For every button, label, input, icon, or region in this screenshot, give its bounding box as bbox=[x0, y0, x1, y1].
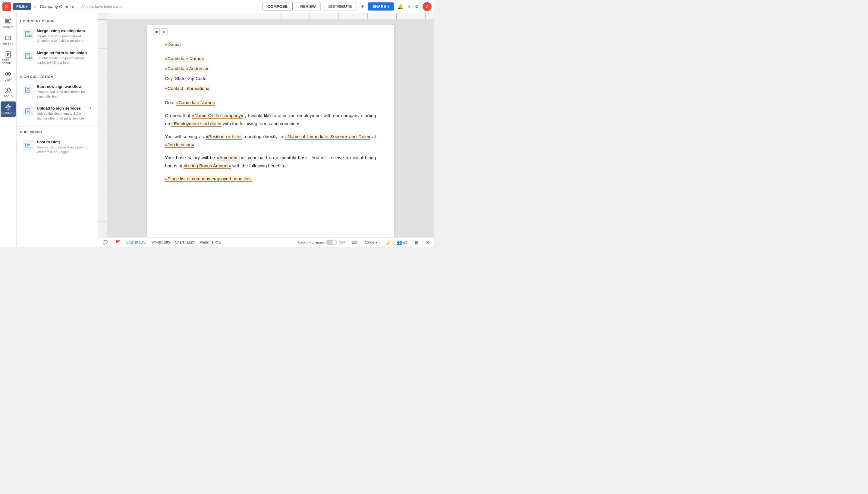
statusbar: 💬 🚩 English (US) Words: 195 Chars: 1224 … bbox=[98, 237, 434, 247]
merge-form-desc: Let others take out personalized copies … bbox=[37, 56, 91, 65]
present-button[interactable]: ⊞ bbox=[359, 2, 366, 11]
document-page[interactable]: ⊞ ≡ «Date»| «Candidate Name» «Candidate … bbox=[147, 25, 394, 237]
share-dropdown-icon: ▾ bbox=[387, 4, 390, 9]
collab-icon: 👥 bbox=[397, 240, 402, 245]
collab-button[interactable]: 👥 (0) bbox=[396, 239, 409, 246]
help-button[interactable]: ℹ bbox=[407, 2, 411, 11]
paragraph-2: You will serving as «Position or title» … bbox=[165, 132, 376, 149]
sidebar-view-label: VIEW bbox=[4, 78, 12, 81]
notification-button[interactable]: 🔔 bbox=[396, 2, 404, 11]
document-canvas[interactable]: Zylker Inc ⊞ ≡ «Date»| «Candidate Name» bbox=[107, 19, 434, 237]
para1-before: On behalf of bbox=[165, 113, 191, 118]
sidebar-item-view[interactable]: VIEW bbox=[1, 68, 16, 84]
panel: DOCUMENT MERGE Merge using existing data… bbox=[17, 13, 98, 247]
post-blog-item[interactable]: Post to Blog Publish this document as a … bbox=[19, 136, 95, 158]
upload-sign-item[interactable]: Upload to sign services Upload this docu… bbox=[19, 103, 95, 124]
merge-existing-icon bbox=[23, 28, 34, 39]
table-icon-2[interactable]: ≡ bbox=[161, 28, 167, 35]
company-name-field: «Name Of the company» bbox=[192, 113, 243, 119]
flag-icon: 🚩 bbox=[115, 240, 120, 245]
page-label: Page: bbox=[200, 240, 209, 244]
upload-sign-dropdown-icon[interactable]: ▾ bbox=[90, 106, 91, 110]
dark-mode-button[interactable]: 🌙 bbox=[383, 239, 391, 246]
document-merge-section-title: DOCUMENT MERGE bbox=[17, 17, 98, 25]
chars-count: 1224 bbox=[187, 240, 195, 244]
file-dropdown-icon: ▾ bbox=[25, 4, 28, 9]
avatar[interactable]: Z bbox=[422, 2, 432, 11]
track-label: Track my changes bbox=[297, 241, 324, 244]
bonus-field: «Hiring Bonus Amount» bbox=[183, 163, 231, 169]
sign-workflow-item[interactable]: Start new sign workflow Prepare and send… bbox=[19, 81, 95, 102]
review-tab[interactable]: REVIEW bbox=[295, 2, 321, 11]
city-state-zip-text: City, State, Zip Code bbox=[165, 76, 206, 81]
zoom-button[interactable]: 100% ▾ bbox=[363, 239, 379, 246]
mail-button[interactable]: ✉ bbox=[424, 239, 430, 246]
settings-button[interactable]: ⚙ bbox=[414, 2, 420, 11]
flag-button[interactable]: 🚩 bbox=[114, 239, 122, 246]
sign-workflow-text: Start new sign workflow Prepare and send… bbox=[37, 84, 91, 99]
words-count: 195 bbox=[164, 240, 170, 244]
sidebar-icons: FORMAT INSERT PAGE SETUP VIEW TOOLS AUTO… bbox=[0, 13, 17, 247]
contact-merge-field: «Contact Information» bbox=[165, 86, 210, 91]
save-status: All edits have been saved bbox=[82, 4, 123, 9]
benefits-field: «Place list of company employed benefits… bbox=[165, 176, 252, 182]
svg-point-11 bbox=[7, 73, 9, 75]
sidebar-item-automate[interactable]: AUTOMATE bbox=[1, 101, 16, 117]
star-icon: ☆ bbox=[33, 4, 37, 9]
paragraph-3: Your base salary will be «Amount» per ye… bbox=[165, 154, 376, 170]
amount-field: «Amount» bbox=[217, 155, 237, 160]
grid-icon: ▦ bbox=[414, 240, 418, 245]
sidebar-item-tools[interactable]: TOOLS bbox=[1, 85, 16, 100]
compose-tab[interactable]: COMPOSE bbox=[263, 2, 293, 11]
merge-existing-item[interactable]: Merge using existing data Create and sen… bbox=[19, 25, 95, 47]
ruler-horizontal bbox=[98, 13, 434, 19]
sidebar-item-insert[interactable]: INSERT bbox=[1, 32, 16, 48]
ruler-h-track bbox=[107, 13, 434, 19]
benefits-line: «Place list of company employed benefits… bbox=[165, 175, 376, 183]
ruler-corner bbox=[98, 13, 107, 19]
ruler-vertical bbox=[98, 19, 107, 237]
close-icon: ✕ bbox=[5, 4, 8, 9]
publishing-section-title: PUBLISHING bbox=[17, 127, 98, 136]
grid-view-button[interactable]: ▦ bbox=[413, 239, 419, 246]
mail-icon: ✉ bbox=[426, 240, 429, 245]
merge-form-text: Merge on form submission Let others take… bbox=[37, 51, 91, 65]
svg-rect-0 bbox=[6, 19, 11, 20]
sidebar-item-page-setup[interactable]: PAGE SETUP bbox=[1, 49, 16, 67]
track-changes-toggle[interactable]: Track my changes OFF bbox=[297, 240, 345, 245]
track-state: OFF bbox=[339, 241, 345, 244]
para2-end: at bbox=[372, 134, 376, 139]
merge-form-icon bbox=[23, 51, 34, 61]
favorite-button[interactable]: ☆ bbox=[33, 4, 37, 10]
char-count: Chars: 1224 bbox=[175, 240, 195, 244]
keyboard-button[interactable]: ⌨ bbox=[350, 239, 359, 246]
zoom-dropdown-icon: ▾ bbox=[375, 240, 377, 245]
language-display[interactable]: English (US) bbox=[126, 240, 146, 244]
merge-existing-title: Merge using existing data bbox=[37, 28, 91, 33]
share-button[interactable]: SHARE ▾ bbox=[368, 2, 394, 11]
zoom-level: 100% bbox=[365, 241, 374, 245]
upload-sign-title: Upload to sign services bbox=[37, 106, 87, 111]
close-button[interactable]: ✕ bbox=[2, 2, 11, 11]
table-icon-1[interactable]: ⊞ bbox=[153, 28, 160, 35]
merge-existing-text: Merge using existing data Create and sen… bbox=[37, 28, 91, 43]
upload-sign-desc: Upload this document to Zoho Sign or oth… bbox=[37, 111, 87, 121]
chars-label: Chars: bbox=[175, 240, 185, 244]
merge-form-item[interactable]: Merge on form submission Let others take… bbox=[19, 47, 95, 69]
candidate-address-line: «Candidate Address» bbox=[165, 64, 376, 73]
upload-sign-icon bbox=[23, 106, 34, 117]
para3-before: Your base salary will be bbox=[165, 155, 215, 160]
distribute-tab[interactable]: DISTRIBUTE bbox=[323, 2, 357, 11]
sidebar-item-format[interactable]: FORMAT bbox=[1, 16, 16, 31]
candidate-name-field: «Candidate Name» bbox=[165, 56, 204, 61]
comment-button[interactable]: 💬 bbox=[102, 239, 109, 246]
para2-mid: reporting directly to bbox=[243, 134, 283, 139]
svg-rect-2 bbox=[6, 22, 10, 23]
employment-date-field: «Employment start date» bbox=[171, 121, 221, 127]
date-merge-field: «Date»| bbox=[165, 42, 181, 47]
dear-text: Dear bbox=[165, 100, 175, 105]
file-menu-button[interactable]: FILE ▾ bbox=[13, 3, 31, 10]
track-switch[interactable] bbox=[326, 240, 337, 245]
svg-rect-29 bbox=[25, 143, 31, 147]
present-icon: ⊞ bbox=[360, 4, 364, 9]
